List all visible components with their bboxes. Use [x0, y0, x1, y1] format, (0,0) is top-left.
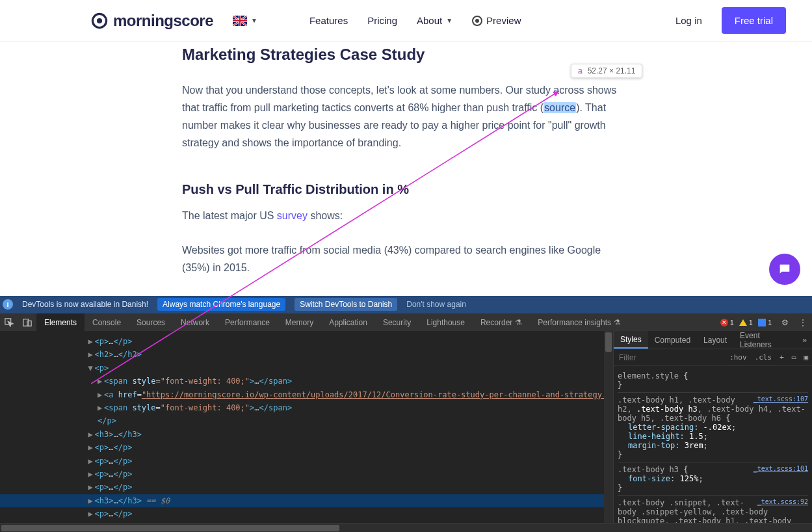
issue-badges[interactable]: ✕1 1 1 — [716, 313, 776, 331]
devtools-infobar: i DevTools is now available in Danish! A… — [0, 296, 812, 313]
warn-badge-icon — [739, 319, 747, 326]
styles-panel: Styles Computed Layout Event Listeners »… — [613, 331, 812, 523]
login-link[interactable]: Log in — [675, 15, 702, 26]
tab-network[interactable]: Network — [173, 313, 217, 331]
cls-button[interactable]: .cls — [751, 353, 776, 362]
warn-count: 1 — [749, 319, 753, 326]
tab-application[interactable]: Application — [321, 313, 375, 331]
device-icon[interactable]: ▭ — [788, 353, 800, 362]
rule-text-body-h3[interactable]: _text.scss:101 .text-body h3 { font-size… — [618, 462, 808, 496]
caret-down-icon: ▼ — [446, 17, 452, 24]
devtools: i DevTools is now available in Danish! A… — [0, 296, 812, 532]
caret-down-icon: ▼ — [251, 17, 257, 24]
heading-distribution: Push vs Pull Traffic Distribution in % — [182, 178, 630, 200]
tab-performance[interactable]: Performance — [217, 313, 278, 331]
stab-styles[interactable]: Styles — [614, 331, 648, 349]
free-trial-button[interactable]: Free trial — [722, 7, 786, 34]
dom-node[interactable]: </p> — [13, 414, 604, 427]
tab-console[interactable]: Console — [85, 313, 129, 331]
flag-uk-icon — [233, 16, 247, 26]
dom-node[interactable]: ▶<p>…</p> — [13, 507, 604, 520]
infobar-btn-match[interactable]: Always match Chrome's language — [157, 298, 285, 311]
tab-recorder-label: Recorder — [480, 318, 512, 327]
styles-filter-input[interactable] — [614, 353, 726, 362]
styles-filter-row: :hov .cls + ▭ ▣ — [614, 349, 812, 366]
dom-node[interactable]: ▶<h3>…</h3> — [13, 428, 604, 441]
dom-node[interactable]: ▶<p>…</p> — [13, 441, 604, 454]
infobar-dismiss[interactable]: Don't show again — [406, 300, 466, 309]
language-selector[interactable]: ▼ — [233, 16, 257, 26]
dom-node[interactable]: ▶<p>…</p> — [13, 468, 604, 481]
kebab-icon[interactable]: ⋮ — [794, 313, 812, 331]
source-link[interactable]: source — [544, 102, 576, 113]
devtools-body: ▶<p>…</p> ▶<h2>…</h2> ▼<p> ▶<span style=… — [0, 331, 812, 523]
tab-security[interactable]: Security — [375, 313, 419, 331]
add-rule-button[interactable]: + — [776, 353, 788, 362]
paragraph-stat: Websites got more traffic from social me… — [182, 241, 630, 276]
rule2-src[interactable]: _text.scss:107 — [753, 395, 808, 403]
article-body: Marketing Strategies Case Study Now that… — [0, 42, 812, 328]
chevron-right-icon[interactable]: » — [797, 336, 812, 345]
gear-icon[interactable]: ⚙ — [776, 313, 794, 331]
tab-sources[interactable]: Sources — [129, 313, 173, 331]
dom-node[interactable]: ▶<span style="font-weight: 400;">…</span… — [13, 401, 604, 414]
heading-case-study: Marketing Strategies Case Study — [182, 42, 630, 68]
rule4-src[interactable]: _text.scss:92 — [757, 498, 808, 505]
elements-vscroll[interactable] — [604, 331, 613, 523]
nav-pricing[interactable]: Pricing — [367, 15, 397, 26]
nav-preview[interactable]: Preview — [472, 15, 521, 26]
header-right: Log in Free trial — [675, 7, 786, 34]
tooltip-tag: a — [578, 66, 583, 75]
dom-node[interactable]: ▶<p>…</p> — [13, 481, 604, 494]
tab-perf-insights[interactable]: Performance insights ⚗ — [530, 313, 629, 331]
elements-panel[interactable]: ▶<p>…</p> ▶<h2>…</h2> ▼<p> ▶<span style=… — [0, 331, 604, 523]
nav-about-label: About — [417, 15, 442, 26]
stab-layout[interactable]: Layout — [697, 331, 733, 349]
logo-mark-icon — [91, 12, 108, 29]
preview-dot-icon — [472, 16, 482, 26]
tab-perf-insights-label: Performance insights — [538, 318, 611, 327]
rule-text-body-many[interactable]: _text.scss:92 .text-body .snippet, .text… — [618, 496, 808, 523]
rule1-selector: element.style — [618, 371, 679, 380]
dom-node-selected[interactable]: ▶<h3>…</h3> == $0 — [13, 494, 604, 507]
rule-text-body-headings[interactable]: _text.scss:107 .text-body h1, .text-body… — [618, 393, 808, 462]
source-link-label: source — [544, 102, 576, 113]
styles-tabs: Styles Computed Layout Event Listeners » — [614, 331, 812, 349]
rule-element-style[interactable]: element.style {} — [618, 369, 808, 393]
styles-rules[interactable]: element.style {} _text.scss:107 .text-bo… — [614, 366, 812, 523]
dom-node[interactable]: ▶<p>…</p> — [13, 455, 604, 468]
survey-text-a: The latest major US — [182, 210, 277, 221]
svg-rect-6 — [27, 321, 31, 326]
tab-lighthouse[interactable]: Lighthouse — [419, 313, 473, 331]
dom-node[interactable]: ▶<h2>…</h2> — [13, 348, 604, 361]
main-nav: Features Pricing About ▼ Preview — [309, 15, 521, 26]
nav-about[interactable]: About ▼ — [417, 15, 452, 26]
hov-button[interactable]: :hov — [726, 353, 751, 362]
brand-name: morningscore — [113, 12, 213, 30]
chat-fab[interactable] — [769, 254, 800, 285]
devtools-hscroll[interactable] — [0, 523, 812, 532]
survey-link[interactable]: survey — [277, 210, 308, 221]
dom-node[interactable]: ▶<a href="https://morningscore.io/wp-con… — [13, 388, 604, 401]
rule3-src[interactable]: _text.scss:101 — [753, 465, 808, 472]
device-toggle-icon[interactable] — [18, 313, 36, 331]
stab-computed[interactable]: Computed — [648, 331, 697, 349]
infobar-msg: DevTools is now available in Danish! — [22, 300, 148, 309]
tab-memory[interactable]: Memory — [278, 313, 321, 331]
inspect-tool-icon[interactable] — [0, 313, 18, 331]
infobar-btn-switch[interactable]: Switch DevTools to Danish — [295, 298, 397, 311]
site-header: morningscore ▼ Features Pricing About ▼ … — [0, 0, 812, 42]
info-badge-icon — [758, 319, 766, 326]
dom-node[interactable]: ▼<p> — [13, 362, 604, 375]
dom-node[interactable]: ▶<p>…</p> — [13, 335, 604, 348]
toggle-icon[interactable]: ▣ — [800, 353, 812, 362]
dom-node[interactable]: ▶<span style="font-weight: 400;">…</span… — [13, 375, 604, 388]
beaker-icon: ⚗ — [614, 318, 621, 327]
tab-recorder[interactable]: Recorder ⚗ — [473, 313, 530, 331]
nav-features[interactable]: Features — [309, 15, 348, 26]
logo[interactable]: morningscore — [91, 12, 213, 30]
paragraph-survey: The latest major US survey shows: — [182, 207, 630, 224]
survey-text-b: shows: — [308, 210, 343, 221]
stab-event[interactable]: Event Listeners — [733, 331, 797, 349]
tab-elements[interactable]: Elements — [36, 313, 85, 331]
